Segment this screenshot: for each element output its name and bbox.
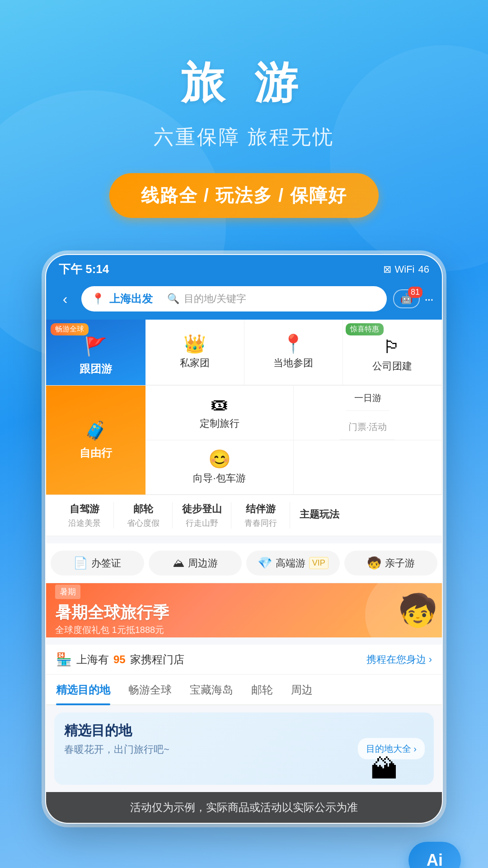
company-tour-label: 公司团建 [372, 359, 412, 373]
menu-item-theme[interactable]: 主题玩法 [290, 508, 349, 523]
app-header: ‹ 📍 上海出发 🔍 目的地/关键字 🤖 81 ··· [46, 282, 442, 320]
quick-item-nearby[interactable]: ⛰ 周边游 [149, 551, 242, 576]
notification-badge: 81 [408, 287, 422, 298]
store-info-row: 🏪 上海有 95 家携程门店 携程在您身边 › [46, 645, 442, 675]
battery-icon: 46 [418, 264, 429, 275]
destination-card: 精选目的地 春暖花开，出门旅行吧~ 目的地大全 › 🏔 [54, 712, 434, 785]
companion-sub: 青春同行 [244, 518, 277, 528]
day-tour-label: 一日游 [354, 392, 381, 404]
hero-badge[interactable]: 线路全 / 玩法多 / 保障好 [109, 173, 379, 218]
tickets-label: 门票·活动 [348, 421, 387, 433]
tab-world[interactable]: 畅游全球 [128, 675, 172, 704]
cruise-sub: 省心度假 [127, 518, 160, 528]
section-divider-1 [46, 536, 442, 543]
tab-selected-dest[interactable]: 精选目的地 [56, 675, 110, 704]
tab-nearby[interactable]: 周边 [291, 675, 313, 704]
private-tour-label: 私家团 [180, 356, 210, 370]
guide-tour-label: 向导·包车游 [193, 472, 245, 485]
dest-btn-text: 目的地大全 › [366, 743, 417, 755]
private-tour-icon: 👑 [183, 335, 206, 353]
free-travel-label: 自由行 [80, 446, 112, 460]
hiking-label: 徒步登山 [182, 502, 222, 516]
promotion-banner[interactable]: 暑期 暑期全球旅行季 全球度假礼包 1元抵1888元 🧒 [46, 583, 442, 637]
quick-item-visa[interactable]: 📄 办签证 [51, 551, 144, 576]
self-drive-sub: 沿途美景 [68, 518, 101, 528]
departure-text: 上海出发 [109, 292, 153, 306]
menu-item-day-tour[interactable]: 一日游 [346, 386, 389, 411]
ai-label: Ai [427, 851, 443, 868]
ai-button[interactable]: Ai [408, 842, 461, 868]
company-tour-tag: 惊喜特惠 [346, 323, 384, 335]
banner-decoration: 🧒 [306, 583, 442, 637]
menu-item-tickets[interactable]: 门票·活动 [340, 415, 395, 440]
more-button[interactable]: ··· [424, 291, 433, 307]
luxury-icon: 💎 [258, 556, 272, 570]
store-icon: 🏪 [56, 652, 72, 667]
group-tour-label: 跟团游 [80, 362, 112, 376]
menu-item-company-tour[interactable]: 惊喜特惠 🏳 公司团建 [343, 320, 442, 385]
custom-tour-icon: 🎟 [211, 395, 229, 413]
vip-badge: VIP [309, 557, 328, 569]
cruise-label: 邮轮 [133, 502, 153, 516]
family-label: 亲子游 [385, 557, 415, 570]
dest-decoration: 🏔 [371, 754, 398, 785]
self-drive-label: 自驾游 [70, 502, 99, 516]
hero-section: 旅 游 六重保障 旅程无忧 线路全 / 玩法多 / 保障好 [0, 0, 488, 245]
location-icon: 📍 [91, 292, 105, 305]
menu-item-companion[interactable]: 结伴游 青春同行 [231, 502, 290, 528]
group-tour-icon: 🚩 [84, 336, 107, 357]
dest-section-title: 精选目的地 [64, 722, 424, 740]
hero-subtitle: 六重保障 旅程无忧 [0, 124, 488, 151]
menu-item-cruise[interactable]: 邮轮 省心度假 [114, 502, 173, 528]
menu-item-local-tour[interactable]: 📍 当地参团 [244, 320, 343, 385]
menu-row-3: 自驾游 沿途美景 邮轮 省心度假 徒步登山 行走山野 结伴游 青春同行 主题玩法 [46, 495, 442, 536]
store-link[interactable]: 携程在您身边 › [366, 653, 432, 666]
menu-item-free-travel[interactable]: 🧳 自由行 [46, 386, 145, 495]
banner-text: 暑期 暑期全球旅行季 全球度假礼包 1元抵1888元 [55, 585, 169, 636]
back-button[interactable]: ‹ [55, 291, 75, 307]
nearby-label: 周边游 [188, 557, 218, 570]
banner-tag: 暑期 [55, 585, 80, 599]
quick-item-family[interactable]: 🧒 亲子游 [344, 551, 438, 576]
hiking-sub: 行走山野 [186, 518, 218, 528]
luxury-label: 高端游 [276, 557, 305, 570]
tab-island[interactable]: 宝藏海岛 [190, 675, 233, 704]
status-bar: 下午 5:14 ⊠ WiFi 46 [46, 255, 442, 282]
menu-item-hiking[interactable]: 徒步登山 行走山野 [173, 502, 231, 528]
signal-icon: ⊠ [383, 264, 391, 275]
group-tour-tag: 畅游全球 [51, 323, 89, 335]
menu-item-group-tour[interactable]: 畅游全球 🚩 跟团游 [46, 320, 145, 385]
search-icon: 🔍 [167, 293, 179, 305]
banner-character: 🧒 [398, 592, 437, 629]
store-link-text: 携程在您身边 › [366, 653, 432, 666]
hi-badge[interactable]: 🤖 81 [393, 289, 420, 308]
menu-row-1: 畅游全球 🚩 跟团游 👑 私家团 📍 当地参团 惊喜特惠 🏳 公司团建 [46, 320, 442, 386]
menu-item-right-top: 一日游 门票·活动 [294, 386, 442, 440]
visa-icon: 📄 [73, 556, 88, 570]
custom-tour-label: 定制旅行 [200, 417, 239, 430]
menu-item-private-tour[interactable]: 👑 私家团 [145, 320, 244, 385]
guide-tour-icon: 😊 [208, 450, 231, 468]
phone-mockup: 下午 5:14 ⊠ WiFi 46 ‹ 📍 上海出发 🔍 目的地/关键字 🤖 8… [45, 254, 443, 824]
menu-row-2: 🧳 自由行 🎟 定制旅行 一日游 门票·活动 😊 [46, 386, 442, 495]
disclaimer-bar: 活动仅为示例，实际商品或活动以实际公示为准 [46, 792, 442, 823]
quick-item-luxury[interactable]: 💎 高端游 VIP [246, 551, 340, 576]
menu-item-self-drive[interactable]: 自驾游 沿途美景 [55, 502, 114, 528]
tab-cruise[interactable]: 邮轮 [251, 675, 273, 704]
phone-container: 下午 5:14 ⊠ WiFi 46 ‹ 📍 上海出发 🔍 目的地/关键字 🤖 8… [0, 254, 488, 824]
nearby-icon: ⛰ [173, 556, 184, 570]
family-icon: 🧒 [367, 556, 381, 570]
section-divider-2 [46, 637, 442, 645]
local-tour-label: 当地参团 [273, 356, 313, 370]
menu-item-custom-tour[interactable]: 🎟 定制旅行 [145, 386, 294, 440]
status-icons: ⊠ WiFi 46 [383, 264, 429, 275]
banner-sub-text: 全球度假礼包 1元抵1888元 [55, 624, 169, 636]
theme-label: 主题玩法 [300, 508, 339, 521]
visa-label: 办签证 [91, 557, 121, 570]
menu-item-guide-tour[interactable]: 😊 向导·包车游 [145, 440, 294, 495]
menu-col-3: 👑 私家团 📍 当地参团 惊喜特惠 🏳 公司团建 [145, 320, 442, 385]
header-actions: 🤖 81 ··· [393, 289, 433, 308]
store-left: 🏪 上海有 95 家携程门店 [56, 652, 184, 667]
search-placeholder: 目的地/关键字 [184, 292, 246, 306]
search-bar[interactable]: 📍 上海出发 🔍 目的地/关键字 [81, 286, 387, 311]
